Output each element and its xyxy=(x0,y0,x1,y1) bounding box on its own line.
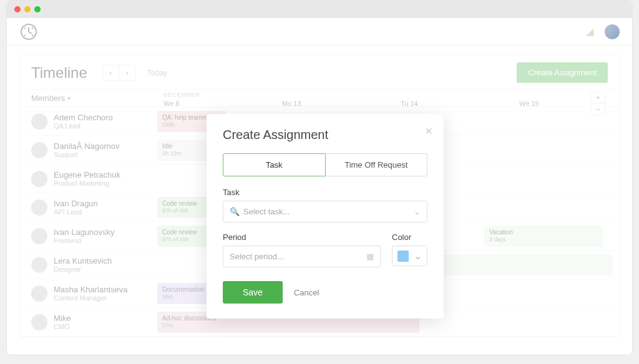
period-field-label: Period xyxy=(223,232,381,242)
tab-task[interactable]: Task xyxy=(223,153,326,176)
app-header: ◢ xyxy=(7,18,632,46)
modal-tabs: Task Time Off Request xyxy=(223,153,427,176)
minimize-window-icon[interactable] xyxy=(24,6,31,12)
chevron-down-icon: ⌄ xyxy=(414,250,422,262)
browser-frame: ◢ Timeline ‹ › Today Create Assignment M… xyxy=(6,0,633,355)
task-field-label: Task xyxy=(223,188,427,197)
maximize-window-icon[interactable] xyxy=(34,6,41,12)
svg-point-4 xyxy=(32,27,33,28)
color-field-label: Color xyxy=(392,232,427,242)
close-window-icon[interactable] xyxy=(14,6,21,12)
svg-point-3 xyxy=(24,27,26,28)
app-logo xyxy=(19,22,38,41)
save-button[interactable]: Save xyxy=(223,281,283,304)
user-avatar[interactable] xyxy=(605,24,620,39)
period-select[interactable]: Select period... ▦ xyxy=(223,246,381,267)
tab-timeoff[interactable]: Time Off Request xyxy=(326,153,428,176)
create-assignment-modal: × Create Assignment Task Time Off Reques… xyxy=(207,114,444,318)
tag-icon[interactable]: ◢ xyxy=(586,26,593,37)
search-icon: 🔍 xyxy=(230,207,240,216)
color-select[interactable]: ⌄ xyxy=(392,246,427,266)
browser-titlebar xyxy=(7,1,632,18)
svg-point-5 xyxy=(24,34,26,36)
modal-title: Create Assignment xyxy=(223,128,427,142)
svg-line-2 xyxy=(29,32,32,34)
task-select[interactable]: 🔍Select task... ⌄ xyxy=(223,201,427,223)
cancel-button[interactable]: Cancel xyxy=(294,288,319,297)
calendar-icon: ▦ xyxy=(366,252,374,261)
close-icon[interactable]: × xyxy=(425,124,432,138)
chevron-down-icon: ⌄ xyxy=(414,207,421,216)
svg-point-6 xyxy=(32,34,33,36)
color-swatch xyxy=(398,251,409,262)
